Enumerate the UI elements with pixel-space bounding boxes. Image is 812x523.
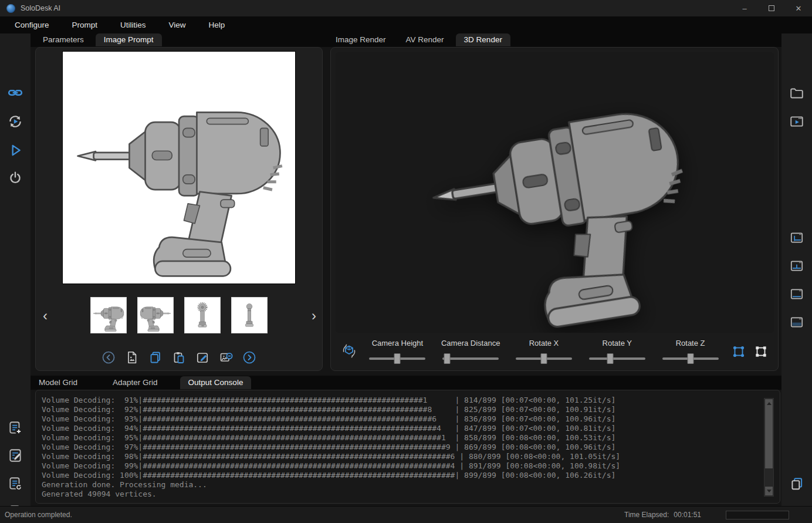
render-3d-viewport[interactable] xyxy=(336,52,774,333)
slider-thumb[interactable] xyxy=(540,353,547,364)
add-document-icon[interactable] xyxy=(8,420,23,436)
menu-prompt[interactable]: Prompt xyxy=(72,21,98,29)
status-message: Operation completed. xyxy=(5,511,72,519)
time-elapsed-label: Time Elapsed: xyxy=(624,511,669,519)
app-logo-icon xyxy=(6,4,15,13)
camera-height-control: Camera Height xyxy=(365,339,430,364)
scroll-up-button[interactable] xyxy=(765,399,773,408)
console-log-text: Volume Decoding: 91%|###################… xyxy=(42,396,620,499)
minimize-button[interactable]: – xyxy=(731,0,758,16)
statusbar: Operation completed. Time Elapsed: 00:01… xyxy=(0,506,812,523)
camera-distance-label: Camera Distance xyxy=(441,339,500,347)
rotate-z-slider[interactable] xyxy=(662,353,719,364)
rotate-y-control: Rotate Y xyxy=(584,339,649,364)
rotate-x-slider[interactable] xyxy=(516,353,572,364)
camera-height-label: Camera Height xyxy=(372,339,423,347)
titlebar: SoloDesk AI – ✕ xyxy=(0,0,812,16)
left-toolbar-rail xyxy=(0,33,31,506)
layout-bottom-bar-icon[interactable] xyxy=(789,286,804,302)
menu-configure[interactable]: Configure xyxy=(15,21,49,29)
camera-controls-bar: Camera Height Camera Distance Rotate X R… xyxy=(331,334,778,368)
sync-run-icon[interactable] xyxy=(8,114,23,129)
slider-thumb[interactable] xyxy=(607,353,614,364)
thumbnail-drill-side-left[interactable] xyxy=(90,297,127,333)
menu-help[interactable]: Help xyxy=(209,21,225,29)
reset-view-icon[interactable] xyxy=(341,343,357,359)
app-title: SoloDesk AI xyxy=(21,4,60,12)
link-icon[interactable] xyxy=(8,85,23,100)
rotate-y-label: Rotate Y xyxy=(603,339,632,347)
drill-3d-model xyxy=(397,52,718,333)
render-panel-tabs: Image Render AV Render 3D Render xyxy=(327,33,510,46)
bounds-corners-icon[interactable] xyxy=(753,344,767,358)
remove-image-icon[interactable] xyxy=(219,350,233,365)
layout-left-panel-icon[interactable] xyxy=(789,230,804,245)
scroll-down-button[interactable] xyxy=(765,487,773,495)
slider-track[interactable] xyxy=(589,357,645,360)
camera-distance-control: Camera Distance xyxy=(438,339,503,364)
tab-model-grid[interactable]: Model Grid xyxy=(31,376,86,389)
next-image-button[interactable] xyxy=(242,350,256,365)
rotate-z-label: Rotate Z xyxy=(676,339,705,347)
prev-image-button[interactable] xyxy=(102,350,116,365)
maximize-button[interactable] xyxy=(758,0,785,16)
thumbnail-drill-side-right[interactable] xyxy=(137,297,174,333)
scroll-up-icon xyxy=(767,402,772,405)
reload-document-icon[interactable] xyxy=(8,476,23,491)
thumbnail-drill-front-gear[interactable] xyxy=(184,297,221,333)
edit-document-icon[interactable] xyxy=(8,448,23,463)
time-elapsed: Time Elapsed: 00:01:51 xyxy=(624,511,701,519)
rotate-z-control: Rotate Z xyxy=(658,339,723,364)
thumbnails-prev-button[interactable]: ‹ xyxy=(38,306,52,326)
slider-track[interactable] xyxy=(442,357,499,360)
bottom-panel-tabs: Model Grid Adapter Grid Output Console xyxy=(31,376,251,389)
image-file-icon[interactable] xyxy=(125,350,139,365)
drill-side-image xyxy=(70,59,288,277)
paste-image-icon[interactable] xyxy=(172,350,186,365)
layout-center-panel-icon[interactable] xyxy=(789,258,804,274)
tab-parameters[interactable]: Parameters xyxy=(35,33,92,46)
image-prompt-panel: ‹ › xyxy=(35,47,323,371)
folder-icon[interactable] xyxy=(789,86,804,101)
scrollbar-thumb[interactable] xyxy=(765,408,773,468)
play-icon[interactable] xyxy=(8,143,23,158)
copy-pages-icon[interactable] xyxy=(789,476,804,491)
thumbnail-strip xyxy=(90,297,268,333)
slider-thumb[interactable] xyxy=(394,353,401,364)
power-icon[interactable] xyxy=(8,170,23,185)
tab-adapter-grid[interactable]: Adapter Grid xyxy=(104,376,166,389)
rotate-y-slider[interactable] xyxy=(589,353,645,364)
tab-av-render[interactable]: AV Render xyxy=(398,33,452,46)
menubar: Configure Prompt Utilities View Help xyxy=(0,16,812,33)
thumbnails-next-button[interactable]: › xyxy=(307,306,321,326)
slider-thumb[interactable] xyxy=(444,353,450,364)
rotate-x-label: Rotate X xyxy=(529,339,559,347)
tab-image-render[interactable]: Image Render xyxy=(327,33,394,46)
close-button[interactable]: ✕ xyxy=(785,0,812,16)
media-player-icon[interactable] xyxy=(789,114,804,129)
edit-image-icon[interactable] xyxy=(195,350,209,365)
status-progress-bar xyxy=(726,511,789,519)
scroll-down-icon xyxy=(767,490,772,492)
camera-height-slider[interactable] xyxy=(369,353,425,364)
thumbnail-drill-front-ball[interactable] xyxy=(231,297,268,333)
menu-utilities[interactable]: Utilities xyxy=(120,21,146,29)
image-prompt-preview xyxy=(62,51,296,284)
image-toolbar xyxy=(102,350,256,365)
menu-view[interactable]: View xyxy=(169,21,186,29)
console-scrollbar[interactable] xyxy=(764,398,774,497)
wireframe-corners-icon[interactable] xyxy=(731,344,745,358)
slider-thumb[interactable] xyxy=(687,353,693,364)
render-3d-panel: Camera Height Camera Distance Rotate X R… xyxy=(330,47,779,371)
right-toolbar-rail xyxy=(781,33,812,506)
layout-bottom-fill-icon[interactable] xyxy=(789,315,804,330)
copy-image-icon[interactable] xyxy=(148,350,163,365)
maximize-icon xyxy=(769,5,774,11)
tab-output-console[interactable]: Output Console xyxy=(180,376,252,389)
tab-image-prompt[interactable]: Image Prompt xyxy=(96,33,162,46)
tab-3d-render[interactable]: 3D Render xyxy=(456,33,510,46)
status-right-group: Time Elapsed: 00:01:51 xyxy=(624,511,789,519)
rotate-x-control: Rotate X xyxy=(512,339,577,364)
camera-distance-slider[interactable] xyxy=(442,353,499,364)
time-elapsed-value: 00:01:51 xyxy=(674,511,701,519)
